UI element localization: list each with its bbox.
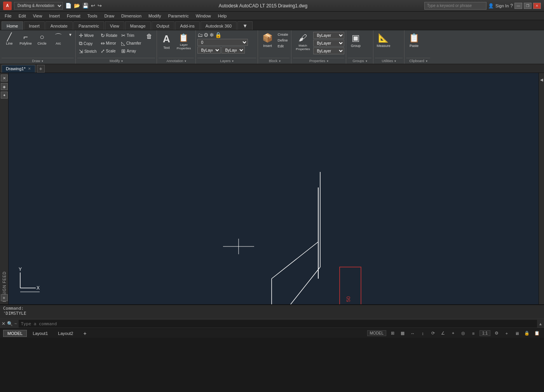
signin-icon[interactable]: 👤: [488, 3, 494, 9]
help-icon[interactable]: ?: [510, 3, 513, 9]
layer-selector[interactable]: 0: [197, 39, 248, 46]
status-isnap-icon[interactable]: ⟳: [429, 330, 437, 337]
modify-erase-btn[interactable]: 🗑: [143, 32, 155, 41]
minimize-btn[interactable]: —: [514, 3, 522, 9]
command-close-icon[interactable]: ✕: [2, 321, 5, 326]
menu-file[interactable]: File: [2, 12, 15, 20]
status-tab-add[interactable]: +: [79, 329, 91, 338]
prop-linetype-selector[interactable]: ByLayer: [313, 40, 344, 47]
menu-modify[interactable]: Modify: [145, 12, 164, 20]
tab-view[interactable]: View: [105, 21, 124, 30]
tab-autodesk360[interactable]: Autodesk 360: [201, 21, 237, 30]
annotation-group-arrow[interactable]: ▾: [185, 59, 186, 63]
modify-rotate-btn[interactable]: ↻ Rotate: [99, 32, 119, 39]
search-input[interactable]: [424, 2, 486, 10]
tab-addins[interactable]: Add-ins: [175, 21, 200, 30]
doc-tab-close-icon[interactable]: ✕: [28, 67, 31, 71]
group-btn[interactable]: ▣ Group: [348, 32, 363, 49]
save-icon[interactable]: 💾: [82, 3, 89, 9]
status-workspace-icon[interactable]: +: [503, 330, 511, 337]
groups-group-arrow[interactable]: ▾: [366, 59, 367, 63]
right-sidebar-collapse[interactable]: ◀: [539, 73, 544, 304]
modify-trim-btn[interactable]: ✂ Trim: [120, 32, 143, 39]
block-group-arrow[interactable]: ▾: [279, 59, 281, 63]
block-define-btn[interactable]: Define: [276, 38, 289, 43]
modify-group-arrow[interactable]: ▾: [121, 59, 123, 63]
modify-chamfer-btn[interactable]: ◺ Chamfer: [120, 40, 143, 47]
status-grid-icon[interactable]: ⊞: [389, 330, 396, 337]
signin-label[interactable]: Sign In: [495, 3, 509, 8]
menu-format[interactable]: Format: [64, 12, 84, 20]
draw-group-arrow[interactable]: ▾: [42, 59, 43, 63]
clipboard-group-arrow[interactable]: ▾: [426, 59, 427, 63]
modify-stretch-btn[interactable]: ⇲ Stretch: [77, 48, 98, 55]
status-tab-layout2[interactable]: Layout2: [54, 330, 77, 337]
status-ducs-icon[interactable]: ⌖: [449, 330, 457, 337]
draw-more-btn[interactable]: ▼: [67, 32, 74, 38]
undo-icon[interactable]: ↩: [91, 3, 95, 9]
status-scale-btn[interactable]: 1:1: [479, 330, 490, 336]
status-polar-icon[interactable]: ↕: [419, 330, 427, 337]
draw-line-btn[interactable]: ╱ Line: [2, 32, 17, 47]
status-ortho-icon[interactable]: ↔: [409, 330, 417, 337]
measure-btn[interactable]: 📐 Measure: [375, 32, 392, 49]
status-tab-layout1[interactable]: Layout1: [28, 330, 52, 337]
properties-group-arrow[interactable]: ▾: [327, 59, 328, 63]
status-display-icon[interactable]: 🖥: [513, 330, 521, 337]
status-lock-icon[interactable]: 🔒: [523, 330, 531, 337]
menu-draw[interactable]: Draw: [101, 12, 117, 20]
status-tab-model[interactable]: MODEL: [3, 330, 27, 337]
block-insert-btn[interactable]: 📦 Insert: [260, 32, 275, 49]
linetype-selector[interactable]: ByLayer: [221, 47, 245, 54]
tab-annotate[interactable]: Annotate: [45, 21, 73, 30]
sidebar-close-btn[interactable]: ✕: [1, 75, 8, 82]
sidebar-pin-btn[interactable]: ◈: [1, 83, 8, 90]
modify-copy-btn[interactable]: ⧉ Copy: [77, 40, 98, 47]
block-create-btn[interactable]: Create: [276, 32, 289, 37]
menu-insert[interactable]: Insert: [46, 12, 63, 20]
open-file-icon[interactable]: 📂: [74, 3, 80, 9]
draw-polyline-btn[interactable]: ⌐ Polyline: [18, 32, 33, 47]
modify-mirror-btn[interactable]: ⇔ Mirror: [99, 40, 119, 47]
workspace-selector[interactable]: Drafting & Annotation: [14, 2, 63, 10]
tab-insert[interactable]: Insert: [24, 21, 45, 30]
match-props-btn[interactable]: 🖌 MatchProperties: [293, 32, 312, 52]
menu-window[interactable]: Window: [193, 12, 214, 20]
status-props-icon[interactable]: 📋: [533, 330, 541, 337]
status-otrack-icon[interactable]: ∠: [439, 330, 447, 337]
status-lw-icon[interactable]: ≡: [469, 330, 477, 337]
redo-icon[interactable]: ↪: [98, 3, 102, 9]
status-snap-icon[interactable]: ▦: [399, 330, 406, 337]
menu-parametric[interactable]: Parametric: [165, 12, 192, 20]
doc-tab-drawing1[interactable]: Drawing1* ✕: [2, 65, 35, 73]
tab-manage[interactable]: Manage: [125, 21, 151, 30]
tab-home[interactable]: Home: [2, 21, 23, 30]
command-search-icon[interactable]: 🔍: [7, 321, 13, 326]
command-expand-btn[interactable]: ▲: [539, 322, 542, 326]
prop-color-selector[interactable]: ByLayer: [313, 32, 344, 39]
menu-dimension[interactable]: Dimension: [118, 12, 145, 20]
menu-edit[interactable]: Edit: [16, 12, 29, 20]
annotation-text-btn[interactable]: A Text: [159, 32, 174, 51]
tab-output[interactable]: Output: [152, 21, 174, 30]
block-editor-btn[interactable]: Edit: [276, 43, 289, 49]
sidebar-collapse-btn[interactable]: ≡: [1, 294, 8, 301]
prop-lineweight-selector[interactable]: ByLayer: [313, 47, 344, 54]
command-input[interactable]: [19, 320, 537, 328]
tab-parametric[interactable]: Parametric: [73, 21, 104, 30]
color-selector[interactable]: ByLayer: [197, 47, 221, 54]
annotation-layer-props-btn[interactable]: 📋 LayerProperties: [175, 32, 192, 51]
tab-extra[interactable]: ▼: [237, 21, 253, 30]
paste-btn[interactable]: 📋 Paste: [406, 32, 422, 49]
modify-scale-btn[interactable]: ⤢ Scale: [99, 47, 119, 55]
draw-circle-btn[interactable]: ○ Circle: [34, 32, 50, 47]
modify-array-btn[interactable]: ⊞ Array: [120, 47, 143, 55]
new-file-icon[interactable]: 📄: [65, 3, 71, 9]
close-btn[interactable]: ✕: [533, 3, 541, 9]
status-model-btn[interactable]: MODEL: [367, 330, 387, 336]
sidebar-settings-btn[interactable]: ✦: [1, 92, 8, 99]
status-dyn-icon[interactable]: ◎: [459, 330, 467, 337]
modify-move-btn[interactable]: ✛ Move: [77, 32, 98, 39]
canvas-area[interactable]: 50 50 X Y: [9, 73, 539, 304]
menu-tools[interactable]: Tools: [84, 12, 101, 20]
